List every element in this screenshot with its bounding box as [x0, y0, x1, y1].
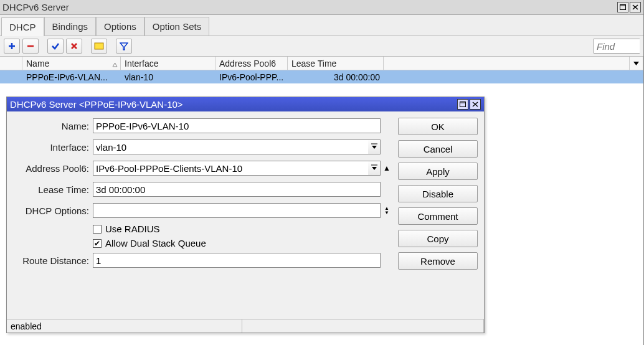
- cancel-button[interactable]: Cancel: [398, 140, 478, 158]
- use-radius-checkbox[interactable]: [93, 225, 102, 234]
- comment-icon: [94, 42, 104, 50]
- address-pool6-field[interactable]: [93, 161, 368, 176]
- cell-interface: vlan-10: [121, 72, 215, 82]
- plus-icon: [7, 42, 16, 50]
- check-icon: [51, 42, 60, 50]
- sort-indicator-icon: [112, 60, 118, 70]
- table-row[interactable]: PPPoE-IPv6-VLAN... vlan-10 IPv6-Pool-PPP…: [0, 70, 643, 83]
- label-name: Name:: [13, 121, 89, 131]
- status-text: enabled: [7, 319, 242, 333]
- collapse-arrow-icon[interactable]: ▲: [382, 164, 392, 172]
- column-flag[interactable]: [0, 57, 22, 70]
- toolbar: [0, 36, 643, 57]
- label-use-radius: Use RADIUS: [105, 224, 160, 234]
- cell-lease: 3d 00:00:00: [288, 72, 384, 82]
- allow-dual-stack-queue-checkbox[interactable]: [93, 239, 102, 248]
- add-button[interactable]: [4, 39, 20, 54]
- minus-icon: [26, 42, 35, 50]
- dialog-titlebar: DHCPv6 Server <PPPoE-IPv6-VLAN-10>: [7, 97, 484, 111]
- label-interface: Interface:: [13, 142, 89, 153]
- table-header: Name Interface Address Pool6 Lease Time: [0, 57, 643, 70]
- dropdown-icon: [370, 143, 379, 151]
- copy-button[interactable]: Copy: [398, 230, 478, 247]
- maximize-icon: [620, 4, 626, 10]
- disable-button[interactable]: Disable: [398, 185, 478, 202]
- label-allow-dual-stack-queue: Allow Dual Stack Queue: [105, 238, 206, 248]
- window-title: DHCPv6 Server: [2, 2, 616, 12]
- dialog-maximize-button[interactable]: [457, 99, 468, 110]
- close-icon: [632, 4, 638, 10]
- column-address-pool6[interactable]: Address Pool6: [215, 57, 288, 70]
- svg-rect-9: [95, 43, 103, 49]
- dialog-title: DHCPv6 Server <PPPoE-IPv6-VLAN-10>: [10, 99, 456, 110]
- tab-options[interactable]: Options: [96, 17, 144, 35]
- find-input[interactable]: [594, 39, 640, 54]
- close-icon: [472, 102, 478, 107]
- svg-marker-19: [372, 167, 377, 170]
- interface-dropdown-button[interactable]: [368, 139, 381, 154]
- dropdown-icon: [370, 164, 379, 172]
- chevron-down-icon: [633, 62, 639, 65]
- tab-dhcp[interactable]: DHCP: [1, 17, 44, 36]
- column-name[interactable]: Name: [22, 57, 121, 70]
- remove-dialog-button[interactable]: Remove: [398, 252, 478, 270]
- comment-dialog-button[interactable]: Comment: [398, 207, 478, 225]
- button-column: OK Cancel Apply Disable Comment Copy Rem…: [398, 111, 484, 319]
- window-buttons: [616, 2, 641, 12]
- interface-field[interactable]: [93, 139, 368, 154]
- enable-button[interactable]: [47, 39, 64, 54]
- tab-bar: DHCP Bindings Options Option Sets: [0, 15, 643, 36]
- address-pool6-dropdown-button[interactable]: [368, 161, 381, 176]
- label-dhcp-options: DHCP Options:: [13, 206, 89, 216]
- ok-button[interactable]: OK: [398, 118, 478, 135]
- name-field[interactable]: [93, 118, 381, 133]
- close-button[interactable]: [630, 2, 641, 12]
- maximize-icon: [460, 102, 466, 107]
- dialog-window: DHCPv6 Server <PPPoE-IPv6-VLAN-10> Name:…: [6, 97, 485, 333]
- label-route-distance: Route Distance:: [13, 255, 89, 266]
- svg-marker-11: [113, 63, 117, 67]
- status-bar: enabled: [7, 319, 484, 333]
- cell-pool: IPv6-Pool-PPP...: [215, 72, 288, 82]
- comment-button[interactable]: [91, 39, 107, 54]
- column-interface[interactable]: Interface: [121, 57, 215, 70]
- lease-time-field[interactable]: [93, 182, 381, 197]
- label-address-pool6: Address Pool6:: [13, 163, 89, 174]
- filter-button[interactable]: [116, 39, 132, 54]
- tab-bindings[interactable]: Bindings: [44, 17, 97, 35]
- funnel-icon: [120, 42, 128, 50]
- label-lease-time: Lease Time:: [13, 184, 89, 195]
- svg-marker-12: [633, 62, 639, 65]
- find-box: [594, 39, 640, 54]
- svg-marker-17: [372, 146, 377, 149]
- remove-button[interactable]: [22, 39, 39, 54]
- chevron-down-icon[interactable]: ▼: [384, 210, 389, 215]
- dhcp-options-spinner[interactable]: ▲▼: [382, 206, 392, 215]
- svg-marker-10: [120, 43, 128, 50]
- column-menu[interactable]: [630, 57, 643, 70]
- titlebar: DHCPv6 Server: [0, 0, 643, 15]
- cell-name: PPPoE-IPv6-VLAN...: [22, 72, 121, 82]
- form-area: Name: ▲ Interface: ▲ Address Pool6:: [7, 111, 398, 319]
- x-icon: [70, 42, 78, 50]
- column-lease-time[interactable]: Lease Time: [288, 57, 384, 70]
- tab-option-sets[interactable]: Option Sets: [144, 17, 209, 35]
- dialog-close-button[interactable]: [470, 99, 481, 110]
- dhcp-options-field[interactable]: [93, 203, 381, 218]
- disable-button[interactable]: [66, 39, 82, 54]
- route-distance-field[interactable]: [93, 253, 381, 268]
- maximize-button[interactable]: [617, 2, 628, 12]
- apply-button[interactable]: Apply: [398, 163, 478, 180]
- column-spacer: [384, 57, 630, 70]
